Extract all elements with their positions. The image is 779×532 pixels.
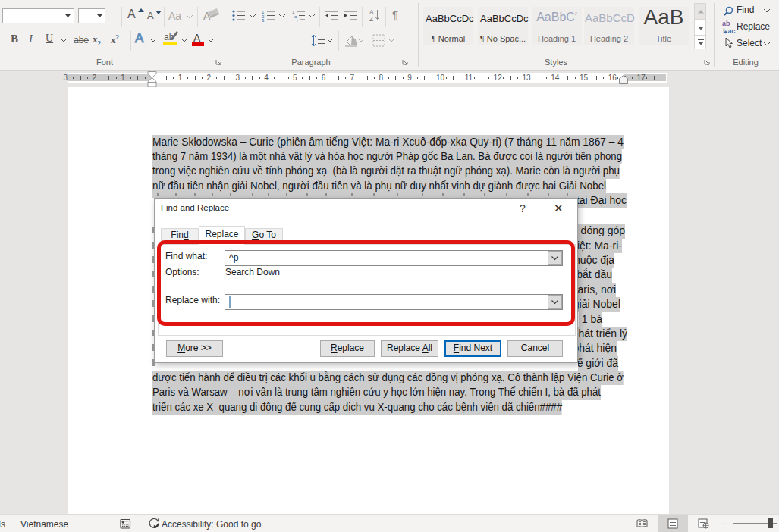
svg-text:i: i (297, 18, 297, 22)
svg-text:3: 3 (262, 18, 265, 22)
svg-text:Z: Z (369, 15, 373, 22)
